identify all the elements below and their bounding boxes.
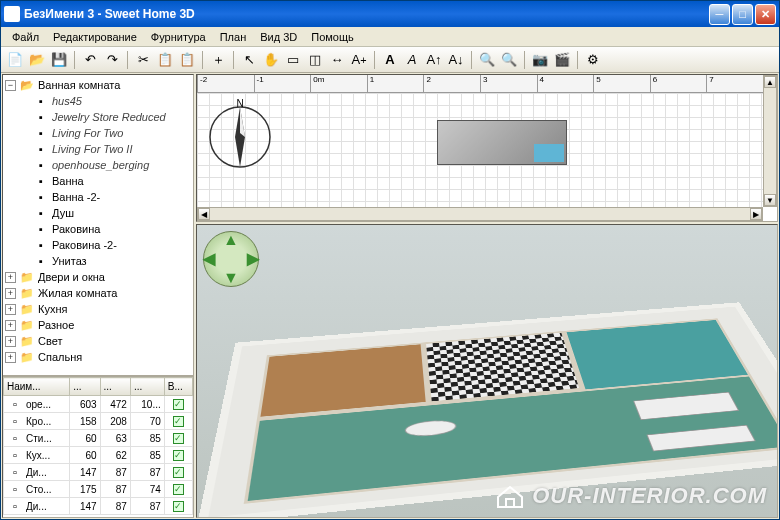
checkbox-icon[interactable]: ✓ (173, 416, 184, 427)
table-row[interactable]: ▫ope...60347210...✓ (4, 396, 193, 413)
catalog-tree[interactable]: − 📂 Ванная комната ▪hus45▪Jewelry Store … (3, 75, 193, 375)
nav-down-icon[interactable]: ▼ (223, 269, 239, 287)
scroll-left-icon[interactable]: ◀ (198, 208, 210, 220)
checkbox-icon[interactable]: ✓ (173, 433, 184, 444)
text-icon[interactable]: A+ (349, 50, 369, 70)
tree-item[interactable]: ▪openhouse_berging (5, 157, 191, 173)
open-icon[interactable]: 📂 (27, 50, 47, 70)
tree-category[interactable]: +📁Двери и окна (5, 269, 191, 285)
tree-item[interactable]: ▪Раковина -2- (5, 237, 191, 253)
expand-icon[interactable]: + (5, 304, 16, 315)
scrollbar-horizontal[interactable]: ◀ ▶ (197, 207, 763, 221)
menu-help[interactable]: Помощь (304, 29, 361, 45)
wall-icon[interactable]: ▭ (283, 50, 303, 70)
furniture-sink[interactable] (404, 419, 457, 438)
expand-icon[interactable]: + (5, 352, 16, 363)
checkbox-icon[interactable]: ✓ (173, 484, 184, 495)
tree-item[interactable]: ▪Ванна (5, 173, 191, 189)
table-header[interactable]: ... (130, 378, 164, 396)
furniture-table[interactable]: Наим............В... ▫ope...60347210...✓… (3, 375, 193, 517)
plan-model-thumbnail[interactable] (437, 120, 567, 165)
zoom-in-icon[interactable]: 🔍 (477, 50, 497, 70)
checkbox-icon[interactable]: ✓ (173, 501, 184, 512)
tree-category[interactable]: +📁Разное (5, 317, 191, 333)
italic-icon[interactable]: A (402, 50, 422, 70)
nav-3d-control[interactable]: ▲ ▼ ◀ ▶ (203, 231, 259, 287)
bold-icon[interactable]: A (380, 50, 400, 70)
close-button[interactable]: ✕ (755, 4, 776, 25)
scroll-up-icon[interactable]: ▲ (764, 76, 776, 88)
expand-icon[interactable]: + (5, 320, 16, 331)
scrollbar-vertical[interactable]: ▲ ▼ (763, 75, 777, 207)
tree-item[interactable]: ▪Living For Two II (5, 141, 191, 157)
tree-item[interactable]: ▪hus45 (5, 93, 191, 109)
copy-icon[interactable]: 📋 (155, 50, 175, 70)
redo-icon[interactable]: ↷ (102, 50, 122, 70)
cell-visible[interactable]: ✓ (164, 413, 192, 430)
collapse-icon[interactable]: − (5, 80, 16, 91)
furniture-sofa[interactable] (633, 392, 739, 420)
scroll-right-icon[interactable]: ▶ (750, 208, 762, 220)
nav-up-icon[interactable]: ▲ (223, 231, 239, 249)
expand-icon[interactable]: + (5, 288, 16, 299)
undo-icon[interactable]: ↶ (80, 50, 100, 70)
cell-visible[interactable]: ✓ (164, 430, 192, 447)
cut-icon[interactable]: ✂ (133, 50, 153, 70)
nav-right-icon[interactable]: ▶ (247, 249, 259, 268)
paste-icon[interactable]: 📋 (177, 50, 197, 70)
checkbox-icon[interactable]: ✓ (173, 467, 184, 478)
menu-file[interactable]: Файл (5, 29, 46, 45)
view-3d[interactable]: ▲ ▼ ◀ ▶ OUR-INTERIOR.COM (196, 224, 778, 518)
room-icon[interactable]: ◫ (305, 50, 325, 70)
tree-item[interactable]: ▪Ванна -2- (5, 189, 191, 205)
cell-visible[interactable]: ✓ (164, 447, 192, 464)
table-header[interactable]: ... (100, 378, 130, 396)
pan-icon[interactable]: ✋ (261, 50, 281, 70)
font-down-icon[interactable]: A↓ (446, 50, 466, 70)
maximize-button[interactable]: □ (732, 4, 753, 25)
cell-visible[interactable]: ✓ (164, 396, 192, 413)
menu-furniture[interactable]: Фурнитура (144, 29, 213, 45)
table-row[interactable]: ▫Кро...15820870✓ (4, 413, 193, 430)
add-furniture-icon[interactable]: ＋ (208, 50, 228, 70)
tree-item[interactable]: ▪Living For Two (5, 125, 191, 141)
menu-plan[interactable]: План (213, 29, 254, 45)
tree-category[interactable]: +📁Кухня (5, 301, 191, 317)
minimize-button[interactable]: ─ (709, 4, 730, 25)
tree-root[interactable]: − 📂 Ванная комната (5, 77, 191, 93)
font-up-icon[interactable]: A↑ (424, 50, 444, 70)
cell-visible[interactable]: ✓ (164, 481, 192, 498)
camera-icon[interactable]: 📷 (530, 50, 550, 70)
titlebar[interactable]: БезИмени 3 - Sweet Home 3D ─ □ ✕ (1, 1, 779, 27)
table-header[interactable]: ... (70, 378, 100, 396)
scroll-down-icon[interactable]: ▼ (764, 194, 776, 206)
plan-view[interactable]: -2-10m1234567 N ▲ ▼ ◀ ▶ (196, 74, 778, 222)
select-icon[interactable]: ↖ (239, 50, 259, 70)
tree-category[interactable]: +📁Свет (5, 333, 191, 349)
checkbox-icon[interactable]: ✓ (173, 399, 184, 410)
tree-category[interactable]: +📁Жилая комната (5, 285, 191, 301)
menu-view3d[interactable]: Вид 3D (253, 29, 304, 45)
expand-icon[interactable]: + (5, 336, 16, 347)
save-icon[interactable]: 💾 (49, 50, 69, 70)
expand-icon[interactable]: + (5, 272, 16, 283)
tree-category[interactable]: +📁Спальня (5, 349, 191, 365)
cell-visible[interactable]: ✓ (164, 498, 192, 515)
tree-item[interactable]: ▪Раковина (5, 221, 191, 237)
table-header[interactable]: Наим... (4, 378, 70, 396)
table-row[interactable]: ▫Ди...1478787✓ (4, 464, 193, 481)
table-header[interactable]: В... (164, 378, 192, 396)
cell-visible[interactable]: ✓ (164, 464, 192, 481)
compass-icon[interactable]: N (205, 99, 275, 169)
table-row[interactable]: ▫Кух...606285✓ (4, 447, 193, 464)
video-icon[interactable]: 🎬 (552, 50, 572, 70)
furniture-sofa-2[interactable] (647, 425, 756, 452)
nav-left-icon[interactable]: ◀ (203, 249, 215, 268)
menu-edit[interactable]: Редактирование (46, 29, 144, 45)
checkbox-icon[interactable]: ✓ (173, 450, 184, 461)
tree-item[interactable]: ▪Унитаз (5, 253, 191, 269)
dimension-icon[interactable]: ↔ (327, 50, 347, 70)
zoom-out-icon[interactable]: 🔍 (499, 50, 519, 70)
new-icon[interactable]: 📄 (5, 50, 25, 70)
preferences-icon[interactable]: ⚙ (583, 50, 603, 70)
